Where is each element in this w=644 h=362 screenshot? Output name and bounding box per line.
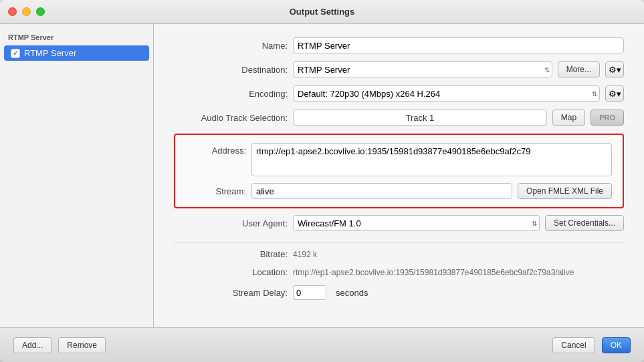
close-button[interactable] (8, 7, 17, 16)
sidebar: RTMP Server ✓ RTMP Server (0, 24, 154, 327)
address-input[interactable]: rtmp://ep1-apse2.bcovlive.io:1935/15981d… (251, 143, 612, 176)
encoding-label: Encoding: (174, 89, 288, 99)
add-button[interactable]: Add... (13, 337, 51, 353)
address-row: Address: rtmp://ep1-apse2.bcovlive.io:19… (186, 143, 612, 176)
destination-row: Destination: RTMP Server ⇅ More... ⚙▾ (174, 61, 624, 77)
content-area: RTMP Server ✓ RTMP Server Name: Destinat… (0, 24, 644, 327)
destination-label: Destination: (174, 65, 288, 75)
destination-select-wrapper: RTMP Server ⇅ (293, 61, 552, 77)
info-section: Bitrate: 4192 k Location: rtmp://ep1-aps… (174, 242, 624, 308)
user-agent-row: User Agent: Wirecast/FM 1.0 ⇅ Set Creden… (174, 215, 624, 231)
audio-track-row: Audio Track Selection: Track 1 Map PRO (174, 110, 624, 126)
name-input[interactable] (293, 37, 624, 53)
audio-track-value: Track 1 (405, 113, 434, 123)
cancel-button[interactable]: Cancel (552, 337, 595, 353)
titlebar: Output Settings (0, 0, 644, 24)
name-row: Name: (174, 37, 624, 53)
stream-input[interactable] (251, 183, 512, 199)
user-agent-select-wrapper: Wirecast/FM 1.0 ⇅ (293, 215, 540, 231)
bitrate-row: Bitrate: 4192 k (174, 249, 624, 259)
encoding-select-wrapper: Default: 720p30 (4Mbps) x264 H.264 ⇅ (293, 85, 600, 102)
pro-button[interactable]: PRO (591, 110, 624, 126)
stream-row: Stream: Open FMLE XML File (186, 183, 612, 199)
more-button[interactable]: More... (558, 61, 600, 77)
encoding-row: Encoding: Default: 720p30 (4Mbps) x264 H… (174, 85, 624, 102)
location-row: Location: rtmp://ep1-apse2.bcovlive.io:1… (174, 267, 624, 277)
main-panel: Name: Destination: RTMP Server ⇅ More...… (154, 24, 644, 327)
map-button[interactable]: Map (552, 110, 585, 126)
remove-button[interactable]: Remove (58, 337, 106, 353)
set-credentials-button[interactable]: Set Credentials... (545, 215, 624, 231)
stream-delay-input[interactable] (293, 285, 326, 300)
traffic-lights (8, 7, 45, 16)
sidebar-item-rtmp-server[interactable]: ✓ RTMP Server (4, 45, 149, 61)
user-agent-select[interactable]: Wirecast/FM 1.0 (293, 215, 540, 231)
minimize-button[interactable] (22, 7, 31, 16)
audio-track-display: Track 1 (293, 110, 547, 126)
encoding-select[interactable]: Default: 720p30 (4Mbps) x264 H.264 (293, 85, 600, 102)
window: Output Settings RTMP Server ✓ RTMP Serve… (0, 0, 644, 362)
destination-select[interactable]: RTMP Server (293, 61, 552, 77)
sidebar-header: RTMP Server (0, 31, 153, 44)
checkbox-icon: ✓ (11, 49, 20, 58)
bottom-bar: Add... Remove Cancel OK (0, 327, 644, 362)
rtmp-settings-section: Address: rtmp://ep1-apse2.bcovlive.io:19… (174, 134, 624, 208)
seconds-label: seconds (336, 288, 368, 298)
audio-track-label: Audio Track Selection: (174, 113, 288, 123)
window-title: Output Settings (290, 7, 355, 17)
maximize-button[interactable] (36, 7, 45, 16)
gear-icon: ⚙▾ (609, 65, 621, 75)
bitrate-value: 4192 k (293, 250, 317, 259)
ok-button[interactable]: OK (602, 337, 631, 353)
location-label: Location: (174, 267, 288, 277)
encoding-gear-icon: ⚙▾ (609, 89, 621, 99)
stream-label: Stream: (186, 186, 246, 196)
bottom-left: Add... Remove (13, 337, 106, 353)
user-agent-label: User Agent: (174, 218, 288, 228)
sidebar-item-label: RTMP Server (24, 48, 76, 58)
address-label: Address: (186, 143, 246, 156)
open-fmle-button[interactable]: Open FMLE XML File (518, 183, 612, 199)
bottom-right: Cancel OK (552, 337, 631, 353)
bitrate-label: Bitrate: (174, 249, 288, 259)
stream-delay-label: Stream Delay: (174, 288, 288, 298)
stream-delay-row: Stream Delay: seconds (174, 285, 624, 300)
name-label: Name: (174, 41, 288, 51)
destination-gear-button[interactable]: ⚙▾ (605, 61, 624, 77)
encoding-gear-button[interactable]: ⚙▾ (605, 85, 624, 102)
check-icon: ✓ (13, 49, 18, 57)
location-value: rtmp://ep1-apse2.bcovlive.io:1935/15981d… (293, 268, 574, 277)
